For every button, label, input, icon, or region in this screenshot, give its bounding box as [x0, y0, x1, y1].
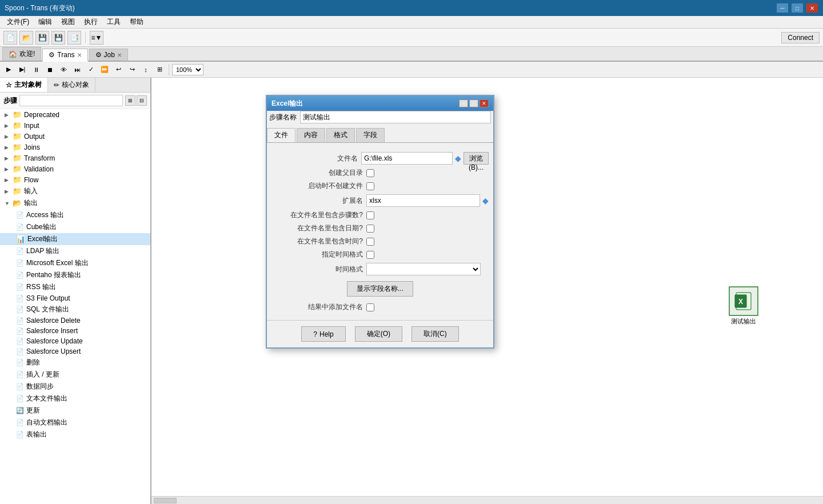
step-search-input[interactable]: [19, 95, 123, 106]
no-create-checkbox[interactable]: [366, 182, 374, 190]
dialog-tab-file[interactable]: 文件: [267, 128, 295, 142]
collapse-all-button[interactable]: ⊟: [137, 95, 147, 106]
stop-button[interactable]: ⏹: [43, 63, 56, 76]
dialog-maximize[interactable]: □: [469, 99, 478, 107]
dialog-minimize[interactable]: ─: [459, 99, 468, 107]
tree-ldap-output[interactable]: 📄 LDAP 输出: [0, 245, 150, 257]
menu-tools[interactable]: 工具: [102, 16, 125, 28]
step-name-input[interactable]: [300, 111, 491, 123]
toolbar-save[interactable]: 💾: [35, 31, 49, 45]
include-time-label: 在文件名里包含时间?: [271, 237, 363, 246]
job-close-icon[interactable]: ✕: [117, 52, 122, 58]
tree-msexcel-output[interactable]: 📄 Microsoft Excel 输出: [0, 257, 150, 269]
close-button[interactable]: ✕: [806, 3, 818, 13]
tree-insert-update[interactable]: 📄 插入 / 更新: [0, 369, 150, 381]
menu-edit[interactable]: 编辑: [34, 16, 57, 28]
toolbar-btn-7[interactable]: ↩: [112, 63, 125, 76]
menu-file[interactable]: 文件(F): [2, 16, 34, 28]
show-fields-row: 显示字段名称...: [271, 281, 489, 297]
verify-button[interactable]: ✓: [85, 63, 97, 76]
menu-help[interactable]: 帮助: [125, 16, 148, 28]
time-format-select[interactable]: [366, 263, 481, 275]
menu-view[interactable]: 视图: [57, 16, 79, 28]
filename-input[interactable]: [361, 152, 453, 165]
toolbar-layers[interactable]: ≡▼: [90, 31, 103, 45]
browse-button[interactable]: 浏览(B)...: [464, 152, 489, 165]
tree-input[interactable]: ▶ 📁 Input: [0, 120, 150, 131]
dialog-tab-content[interactable]: 内容: [297, 128, 325, 142]
pause-button[interactable]: ⏸: [30, 63, 42, 76]
add-filename-checkbox[interactable]: [366, 303, 374, 311]
tree-auto-doc[interactable]: 📄 自动文档输出: [0, 417, 150, 429]
tree-sql-output[interactable]: 📄 SQL 文件输出: [0, 303, 150, 315]
tree-delete[interactable]: 📄 删除: [0, 357, 150, 369]
tab-welcome[interactable]: 🏠 欢迎!: [2, 47, 41, 61]
ok-button[interactable]: 确定(O): [355, 326, 402, 342]
toolbar-separator-1: [85, 32, 86, 43]
include-date-checkbox[interactable]: [366, 225, 374, 233]
preview-rows-button[interactable]: ⏭: [71, 63, 83, 76]
trans-close-icon[interactable]: ✕: [77, 52, 82, 58]
toolbar-btn-8[interactable]: ↪: [126, 63, 138, 76]
tree-joins[interactable]: ▶ 📁 Joins: [0, 142, 150, 153]
maximize-button[interactable]: □: [791, 3, 804, 13]
toolbar-btn-9[interactable]: ↕: [139, 63, 152, 76]
window-controls: ─ □ ✕: [776, 3, 818, 13]
play-all-button[interactable]: ▶|: [16, 63, 29, 76]
toolbar-save-as[interactable]: 💾: [51, 31, 65, 45]
include-time-checkbox[interactable]: [366, 238, 374, 246]
tree-sf-upsert[interactable]: 📄 Salesforce Upsert: [0, 346, 150, 357]
ext-input[interactable]: [366, 194, 480, 207]
show-fields-button[interactable]: 显示字段名称...: [347, 281, 413, 297]
tree-deprecated[interactable]: ▶ 📁 Deprecated: [0, 109, 150, 120]
tree-update[interactable]: 🔄 更新: [0, 405, 150, 417]
core-objects-icon: ✏: [54, 81, 59, 89]
menu-run[interactable]: 执行: [79, 16, 102, 28]
ext-diamond-icon[interactable]: ◆: [482, 196, 489, 205]
left-panel: ☆ 主对象树 ✏ 核心对象 步骤 ⊞ ⊟ ▶ 📁 Deprecated: [0, 78, 151, 504]
dialog-close[interactable]: ✕: [480, 99, 489, 107]
dialog-title-text: Excel输出: [271, 99, 303, 109]
tree-table-output[interactable]: 📄 表输出: [0, 429, 150, 441]
preview-button[interactable]: 👁: [57, 63, 70, 76]
toolbar-open[interactable]: 📂: [19, 31, 33, 45]
connect-button[interactable]: Connect: [781, 32, 820, 43]
minimize-button[interactable]: ─: [776, 3, 789, 13]
tree-output-cn[interactable]: ▼ 📂 输出: [0, 197, 150, 209]
tab-main-objects[interactable]: ☆ 主对象树: [0, 78, 48, 92]
help-button[interactable]: ? Help: [301, 326, 345, 342]
tree-access-output[interactable]: 📄 Access 输出: [0, 209, 150, 221]
tree-sf-delete[interactable]: 📄 Salesforce Delete: [0, 315, 150, 326]
tree-input-cn[interactable]: ▶ 📁 输入: [0, 185, 150, 197]
specify-time-checkbox[interactable]: [366, 251, 374, 259]
play-button[interactable]: ▶: [2, 63, 15, 76]
tree-cube-output[interactable]: 📄 Cube输出: [0, 221, 150, 233]
toolbar-new[interactable]: 📄: [3, 31, 17, 45]
zoom-select[interactable]: 100% 75% 50% 150%: [172, 64, 203, 75]
tree-sf-update[interactable]: 📄 Salesforce Update: [0, 336, 150, 346]
create-dir-checkbox[interactable]: [366, 169, 374, 177]
filename-diamond-icon[interactable]: ◆: [455, 154, 461, 163]
include-step-checkbox[interactable]: [366, 211, 374, 219]
tree-flow[interactable]: ▶ 📁 Flow: [0, 174, 150, 185]
tree-data-sync[interactable]: 📄 数据同步: [0, 381, 150, 393]
tree-pentaho-output[interactable]: 📄 Pentaho 报表输出: [0, 269, 150, 281]
tree-s3-output[interactable]: 📄 S3 File Output: [0, 293, 150, 303]
toolbar-save-all[interactable]: 📑: [67, 31, 81, 45]
dialog-tab-fields[interactable]: 字段: [356, 128, 385, 142]
cancel-button[interactable]: 取消(C): [412, 326, 459, 342]
tab-core-objects[interactable]: ✏ 核心对象: [48, 78, 95, 92]
tree-output[interactable]: ▶ 📁 Output: [0, 131, 150, 142]
tree-text-output[interactable]: 📄 文本文件输出: [0, 393, 150, 405]
tab-trans[interactable]: ⚙ Trans ✕: [42, 49, 87, 62]
dialog-tab-format[interactable]: 格式: [326, 128, 355, 142]
toolbar-btn-6[interactable]: ⏩: [98, 63, 111, 76]
tree-transform[interactable]: ▶ 📁 Transform: [0, 153, 150, 163]
tree-rss-output[interactable]: 📄 RSS 输出: [0, 281, 150, 293]
tree-validation[interactable]: ▶ 📁 Validation: [0, 163, 150, 174]
expand-all-button[interactable]: ⊞: [125, 95, 135, 106]
toolbar-btn-10[interactable]: ⊞: [153, 63, 166, 76]
tree-sf-insert[interactable]: 📄 Salesforce Insert: [0, 326, 150, 336]
tree-excel-output[interactable]: 📊 Excel输出: [0, 233, 150, 245]
tab-job[interactable]: ⚙ Job ✕: [89, 49, 128, 61]
